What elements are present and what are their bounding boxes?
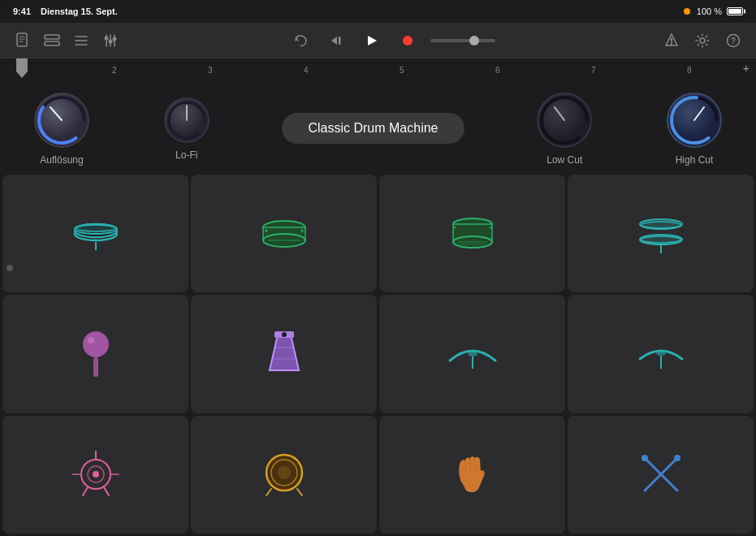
ruler-mark-4: 4 bbox=[304, 66, 309, 75]
cowbell-icon bbox=[261, 328, 307, 380]
ruler-add-button[interactable]: + bbox=[743, 62, 750, 75]
svg-line-89 bbox=[297, 489, 302, 495]
svg-point-87 bbox=[278, 466, 291, 479]
battery-icon bbox=[727, 7, 743, 15]
mixer-button[interactable] bbox=[97, 28, 123, 54]
ruler-mark-3: 3 bbox=[208, 66, 213, 75]
hihat-open-icon bbox=[635, 214, 687, 253]
skip-back-button[interactable] bbox=[323, 28, 349, 54]
volume-slider[interactable] bbox=[430, 39, 495, 42]
record-button[interactable] bbox=[395, 28, 421, 54]
svg-rect-1 bbox=[45, 35, 59, 39]
svg-point-11 bbox=[113, 37, 117, 41]
settings-button[interactable] bbox=[689, 28, 715, 54]
tracks-button[interactable] bbox=[39, 28, 65, 54]
lowcut-knob-group: Low Cut bbox=[535, 91, 594, 166]
toolbar: ? bbox=[0, 23, 756, 58]
toolbar-left-group bbox=[10, 28, 123, 54]
status-time: 9:41 bbox=[13, 6, 31, 16]
svg-point-75 bbox=[656, 351, 666, 356]
auflosung-label: Auflösung bbox=[40, 154, 83, 166]
ruler-mark-2: 2 bbox=[112, 66, 117, 75]
svg-text:?: ? bbox=[731, 37, 736, 45]
pad-spincaster[interactable] bbox=[2, 416, 188, 534]
sticks-icon bbox=[635, 448, 687, 500]
lowcut-label: Low Cut bbox=[546, 154, 582, 166]
svg-line-88 bbox=[266, 489, 271, 495]
snare1-icon bbox=[258, 211, 310, 257]
pad-hihat-closed[interactable] bbox=[2, 175, 188, 292]
bass-drum-icon bbox=[258, 450, 310, 499]
list-button[interactable] bbox=[68, 28, 94, 54]
volume-thumb bbox=[469, 36, 479, 45]
lofi-knob-group: Lo-Fi bbox=[162, 96, 211, 161]
spincaster-icon bbox=[70, 448, 122, 500]
svg-marker-22 bbox=[16, 58, 28, 78]
svg-marker-14 bbox=[368, 36, 377, 45]
battery-percent: 100 % bbox=[697, 6, 722, 16]
snare2-icon bbox=[447, 210, 499, 258]
battery-body bbox=[727, 7, 743, 15]
svg-point-92 bbox=[642, 455, 648, 461]
svg-point-84 bbox=[93, 471, 99, 478]
svg-line-82 bbox=[83, 487, 88, 495]
lofi-label: Lo-Fi bbox=[175, 149, 197, 161]
svg-rect-66 bbox=[93, 357, 98, 377]
pad-bass-drum[interactable] bbox=[191, 416, 377, 534]
highcut-knob-group: High Cut bbox=[665, 91, 724, 166]
svg-point-64 bbox=[83, 331, 109, 357]
svg-point-73 bbox=[468, 352, 477, 357]
side-button[interactable] bbox=[6, 265, 13, 271]
toolbar-center bbox=[287, 28, 495, 54]
lowcut-knob[interactable] bbox=[535, 91, 594, 149]
ruler-mark-8: 8 bbox=[687, 66, 692, 75]
undo-button[interactable] bbox=[287, 28, 313, 54]
cymbal1-icon bbox=[447, 338, 499, 370]
highcut-label: High Cut bbox=[676, 154, 714, 166]
pad-maraca[interactable] bbox=[2, 295, 188, 413]
main-content: Auflösung bbox=[0, 78, 756, 536]
svg-point-93 bbox=[674, 455, 680, 461]
svg-point-19 bbox=[700, 38, 705, 43]
status-date: Dienstag 15. Sept. bbox=[41, 6, 118, 16]
status-bar: 9:41 Dienstag 15. Sept. 100 % bbox=[0, 0, 756, 23]
pad-snare2[interactable] bbox=[379, 175, 565, 292]
hihat-closed-icon bbox=[70, 214, 122, 253]
svg-point-55 bbox=[453, 226, 456, 228]
timeline-ruler: 2 3 4 5 6 7 8 + bbox=[0, 58, 756, 78]
toolbar-right: ? bbox=[659, 28, 746, 54]
metronome-button[interactable] bbox=[659, 28, 685, 54]
pad-snare1[interactable] bbox=[191, 175, 377, 292]
svg-point-65 bbox=[88, 337, 94, 344]
pad-cowbell[interactable] bbox=[191, 295, 377, 413]
svg-point-15 bbox=[403, 36, 413, 45]
svg-point-18 bbox=[671, 37, 673, 40]
ruler-mark-6: 6 bbox=[495, 66, 500, 75]
pad-hihat-open[interactable] bbox=[568, 175, 754, 292]
highcut-knob[interactable] bbox=[665, 91, 724, 149]
help-button[interactable]: ? bbox=[720, 28, 746, 54]
play-button[interactable] bbox=[359, 28, 385, 54]
pad-grid bbox=[0, 172, 756, 536]
instrument-title: Classic Drum Machine bbox=[282, 113, 464, 144]
cymbal2-icon bbox=[635, 338, 687, 370]
pad-cymbal1[interactable] bbox=[379, 295, 565, 413]
ipad-frame: 9:41 Dienstag 15. Sept. 100 % bbox=[0, 0, 756, 536]
svg-rect-2 bbox=[45, 41, 59, 45]
ruler-mark-7: 7 bbox=[591, 66, 596, 75]
pad-handclap[interactable] bbox=[379, 416, 565, 534]
battery-fill bbox=[728, 9, 741, 14]
pad-sticks[interactable] bbox=[568, 416, 754, 534]
auflosung-knob[interactable] bbox=[32, 91, 91, 149]
new-doc-button[interactable] bbox=[10, 28, 36, 54]
svg-point-56 bbox=[489, 226, 491, 228]
lofi-knob[interactable] bbox=[162, 96, 211, 145]
handclap-icon bbox=[447, 448, 499, 500]
svg-point-48 bbox=[265, 229, 268, 232]
controls-row: Auflösung bbox=[0, 78, 756, 172]
svg-line-83 bbox=[104, 487, 109, 495]
svg-marker-12 bbox=[331, 37, 337, 45]
svg-rect-0 bbox=[17, 33, 27, 46]
svg-point-10 bbox=[109, 39, 113, 43]
pad-cymbal2[interactable] bbox=[568, 295, 754, 413]
